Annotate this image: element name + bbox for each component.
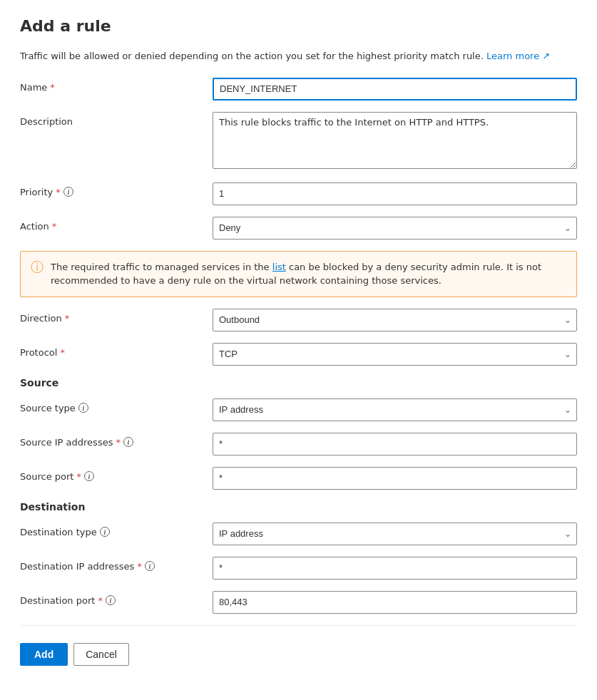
dest-ip-field-wrapper <box>213 557 577 580</box>
source-ip-required: * <box>116 437 121 448</box>
dest-port-required: * <box>98 595 103 606</box>
protocol-label: Protocol * <box>20 343 213 358</box>
protocol-select[interactable]: TCP UDP Any <box>213 343 577 366</box>
button-row: Add Cancel <box>20 637 577 666</box>
destination-section: Destination Destination type i IP addres… <box>20 501 577 614</box>
dest-ip-required: * <box>137 561 142 572</box>
source-ip-info-icon[interactable]: i <box>123 437 133 447</box>
direction-required: * <box>65 313 70 324</box>
dest-port-field-wrapper <box>213 591 577 614</box>
action-field-wrapper: Deny Allow ⌄ <box>213 217 577 240</box>
source-port-field-wrapper <box>213 467 577 490</box>
protocol-select-wrapper: TCP UDP Any ⌄ <box>213 343 577 366</box>
dest-type-label: Destination type i <box>20 523 213 537</box>
protocol-row: Protocol * TCP UDP Any ⌄ <box>20 343 577 366</box>
source-ip-row: Source IP addresses * i <box>20 433 577 455</box>
source-type-info-icon[interactable]: i <box>78 403 88 413</box>
description-row: Description This rule blocks traffic to … <box>20 112 577 171</box>
direction-row: Direction * Outbound Inbound ⌄ <box>20 309 577 331</box>
priority-row: Priority * i <box>20 182 577 205</box>
priority-required: * <box>56 187 61 197</box>
priority-label: Priority * i <box>20 182 213 197</box>
dest-type-select-wrapper: IP address Service Tag ⌄ <box>213 523 577 545</box>
source-section: Source Source type i IP address Service … <box>20 377 577 490</box>
dest-type-field-wrapper: IP address Service Tag ⌄ <box>213 523 577 545</box>
warning-icon: ⓘ <box>31 261 44 274</box>
protocol-required: * <box>60 347 65 358</box>
name-input[interactable] <box>213 78 577 101</box>
action-select[interactable]: Deny Allow <box>213 217 577 240</box>
dest-type-row: Destination type i IP address Service Ta… <box>20 523 577 545</box>
name-field-wrapper <box>213 78 577 101</box>
priority-info-icon[interactable]: i <box>63 187 73 197</box>
add-button[interactable]: Add <box>20 643 68 666</box>
intro-text: Traffic will be allowed or denied depend… <box>20 49 577 63</box>
source-ip-input[interactable] <box>213 433 577 455</box>
priority-field-wrapper <box>213 182 577 205</box>
source-port-required: * <box>76 471 81 482</box>
external-link-icon: ↗ <box>542 51 550 61</box>
destination-header: Destination <box>20 501 577 513</box>
direction-select[interactable]: Outbound Inbound <box>213 309 577 331</box>
dest-port-info-icon[interactable]: i <box>106 595 116 605</box>
priority-input[interactable] <box>213 182 577 205</box>
direction-select-wrapper: Outbound Inbound ⌄ <box>213 309 577 331</box>
source-type-select[interactable]: IP address Service Tag <box>213 398 577 421</box>
source-port-info-icon[interactable]: i <box>84 471 94 481</box>
action-select-wrapper: Deny Allow ⌄ <box>213 217 577 240</box>
source-ip-field-wrapper <box>213 433 577 455</box>
separator <box>20 625 577 626</box>
page-title: Add a rule <box>20 17 577 35</box>
dest-port-label: Destination port * i <box>20 591 213 606</box>
protocol-field-wrapper: TCP UDP Any ⌄ <box>213 343 577 366</box>
warning-box: ⓘ The required traffic to managed servic… <box>20 251 577 297</box>
description-label: Description <box>20 112 213 127</box>
dest-port-row: Destination port * i <box>20 591 577 614</box>
dest-ip-input[interactable] <box>213 557 577 580</box>
cancel-button[interactable]: Cancel <box>73 643 129 666</box>
description-input[interactable]: This rule blocks traffic to the Internet… <box>213 112 577 169</box>
name-row: Name * <box>20 78 577 101</box>
dest-port-input[interactable] <box>213 591 577 614</box>
direction-label: Direction * <box>20 309 213 324</box>
warning-list-link[interactable]: list <box>272 262 286 272</box>
source-type-label: Source type i <box>20 398 213 413</box>
source-ip-label: Source IP addresses * i <box>20 433 213 448</box>
dest-type-select[interactable]: IP address Service Tag <box>213 523 577 545</box>
source-type-field-wrapper: IP address Service Tag ⌄ <box>213 398 577 421</box>
source-port-label: Source port * i <box>20 467 213 482</box>
source-port-row: Source port * i <box>20 467 577 490</box>
action-required: * <box>52 221 57 232</box>
name-required: * <box>50 82 55 93</box>
direction-field-wrapper: Outbound Inbound ⌄ <box>213 309 577 331</box>
warning-text: The required traffic to managed services… <box>51 260 566 288</box>
dest-type-info-icon[interactable]: i <box>100 527 110 537</box>
source-type-row: Source type i IP address Service Tag ⌄ <box>20 398 577 421</box>
dest-ip-row: Destination IP addresses * i <box>20 557 577 580</box>
action-row: Action * Deny Allow ⌄ <box>20 217 577 240</box>
dest-ip-label: Destination IP addresses * i <box>20 557 213 572</box>
source-header: Source <box>20 377 577 388</box>
learn-more-link[interactable]: Learn more ↗ <box>486 51 550 61</box>
name-label: Name * <box>20 78 213 93</box>
description-field-wrapper: This rule blocks traffic to the Internet… <box>213 112 577 171</box>
dest-ip-info-icon[interactable]: i <box>145 561 155 571</box>
source-type-select-wrapper: IP address Service Tag ⌄ <box>213 398 577 421</box>
action-label: Action * <box>20 217 213 232</box>
source-port-input[interactable] <box>213 467 577 490</box>
